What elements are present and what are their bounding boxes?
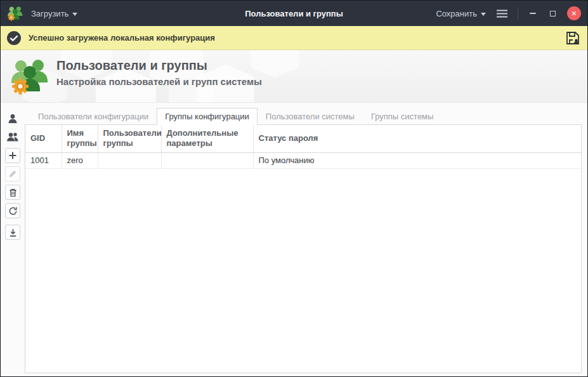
tab-bar: Пользователи конфигурации Группы конфигу…: [30, 108, 582, 125]
column-header-group-users[interactable]: Пользователи группы: [98, 125, 161, 152]
sidebar-group-button[interactable]: [5, 129, 20, 145]
table-row[interactable]: 1001 zero По умолчанию: [25, 152, 581, 168]
tab-system-users[interactable]: Пользователи системы: [258, 108, 363, 125]
delete-button[interactable]: [5, 185, 20, 200]
notification-message: Успешно загружена локальная конфигурация: [29, 33, 215, 43]
header-banner: Пользователи и группы Настройка пользова…: [1, 50, 587, 103]
save-config-icon: [565, 30, 581, 46]
restore-icon: [550, 11, 556, 17]
trash-icon: [8, 188, 18, 197]
app-logo: [10, 56, 50, 96]
content-area: Пользователи конфигурации Группы конфигу…: [25, 108, 582, 373]
cell-gid: 1001: [25, 152, 62, 168]
close-icon: ×: [572, 8, 577, 18]
caret-down-icon: [72, 13, 77, 16]
check-circle-icon: [7, 31, 21, 45]
window-title: Пользователи и группы: [245, 9, 343, 18]
column-header-extra-params[interactable]: Дополнительные параметры: [161, 125, 253, 152]
groups-panel: GID Имя группы Пользователи группы Допол…: [25, 124, 582, 373]
app-icon: [7, 5, 23, 22]
column-header-gid[interactable]: GID: [25, 125, 62, 152]
refresh-icon: [8, 206, 18, 216]
save-config-button[interactable]: [565, 30, 581, 46]
tab-config-groups[interactable]: Группы конфигурации: [157, 108, 258, 125]
refresh-button[interactable]: [5, 203, 20, 218]
edit-button[interactable]: [5, 166, 20, 182]
cell-group-name: zero: [62, 152, 98, 168]
import-button[interactable]: [5, 225, 20, 240]
groups-table: GID Имя группы Пользователи группы Допол…: [25, 125, 581, 169]
titlebar-right: Сохранить ×: [436, 6, 581, 21]
hamburger-icon: [497, 10, 507, 18]
save-button-label: Сохранить: [436, 9, 477, 18]
cell-password-status: По умолчанию: [253, 152, 581, 168]
main-area: Пользователи конфигурации Группы конфигу…: [1, 103, 587, 376]
import-icon: [8, 228, 18, 237]
banner-text: Пользователи и группы Настройка пользова…: [56, 58, 262, 87]
load-button-label: Загрузить: [31, 9, 69, 18]
menu-button[interactable]: [495, 6, 508, 21]
close-button[interactable]: ×: [567, 6, 581, 20]
user-icon: [7, 113, 18, 124]
page-subtitle: Настройка пользователей и групп системы: [56, 76, 262, 87]
tab-system-groups[interactable]: Группы системы: [363, 108, 442, 125]
cell-extra-params: [161, 152, 253, 168]
load-button[interactable]: Загрузить: [31, 9, 77, 18]
tab-config-users[interactable]: Пользователи конфигурации: [30, 108, 157, 125]
save-button[interactable]: Сохранить: [436, 9, 486, 18]
table-header-row: GID Имя группы Пользователи группы Допол…: [25, 125, 581, 152]
pencil-icon: [8, 169, 17, 178]
sidebar-user-button[interactable]: [5, 111, 20, 126]
side-toolbar: [1, 103, 25, 376]
cell-group-users: [98, 152, 161, 168]
page-title: Пользователи и группы: [56, 58, 262, 73]
minimize-icon: [530, 13, 536, 14]
minimize-button[interactable]: [528, 6, 538, 21]
notification-bar: Успешно загружена локальная конфигурация: [1, 26, 587, 50]
column-header-group-name[interactable]: Имя группы: [62, 125, 98, 152]
column-header-password-status[interactable]: Статус пароля: [253, 125, 581, 152]
caret-down-icon: [481, 13, 486, 16]
titlebar: Загрузить Пользователи и группы Сохранит…: [1, 1, 587, 26]
titlebar-separator: [518, 8, 518, 19]
app-window: Загрузить Пользователи и группы Сохранит…: [0, 0, 588, 377]
restore-button[interactable]: [547, 6, 558, 21]
group-icon: [6, 131, 19, 143]
add-button[interactable]: [5, 148, 20, 163]
plus-icon: [8, 151, 17, 160]
